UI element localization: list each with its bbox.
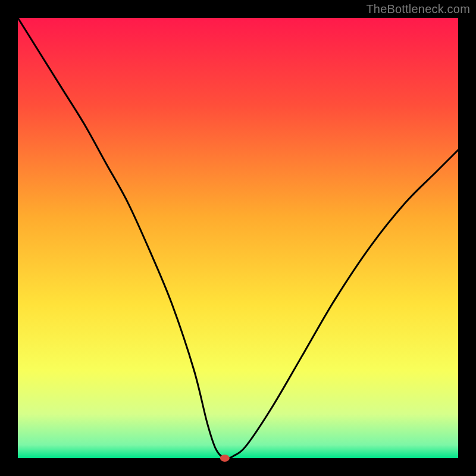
watermark-text: TheBottleneck.com [366, 2, 470, 16]
plot-background [18, 18, 458, 458]
chart-frame: TheBottleneck.com [0, 0, 476, 476]
bottleneck-chart [0, 0, 476, 476]
optimal-marker [220, 455, 230, 462]
